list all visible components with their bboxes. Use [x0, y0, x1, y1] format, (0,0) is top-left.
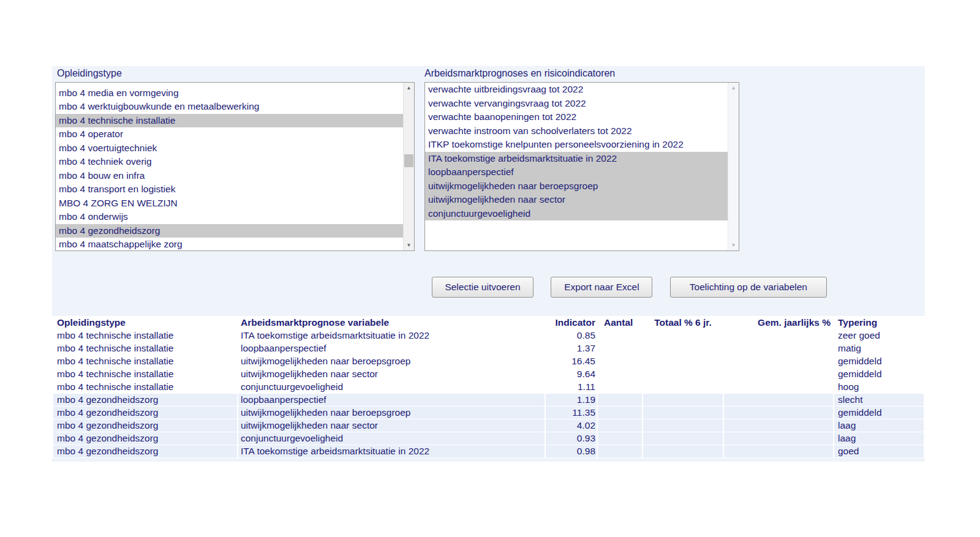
- table-cell: zeer goed: [834, 329, 924, 342]
- scrollbar-thumb[interactable]: [404, 154, 413, 167]
- variabelen-listbox[interactable]: verwachte uitbreidingsvraag tot 2022verw…: [424, 82, 739, 251]
- opleidingstype-options: MBO 4 TECHNIEKmbo 4 media en vormgevingm…: [56, 83, 403, 250]
- table-cell: uitwijkmogelijkheden naar beroepsgroep: [238, 355, 545, 367]
- export-naar-excel-button[interactable]: Export naar Excel: [551, 277, 652, 298]
- listbox-option[interactable]: loopbaanperspectief: [425, 165, 728, 179]
- table-cell: 1.11: [546, 381, 597, 393]
- results-table: OpleidingstypeArbeidsmarktprognose varia…: [52, 316, 925, 458]
- table-cell: [724, 407, 833, 419]
- button-row: Selectie uitvoeren Export naar Excel Toe…: [432, 277, 827, 298]
- table-cell: slecht: [834, 394, 924, 406]
- table-row: mbo 4 gezondheidszorguitwijkmogelijkhede…: [53, 407, 924, 419]
- table-cell: mbo 4 gezondheidszorg: [53, 445, 237, 457]
- table-cell: [643, 368, 723, 380]
- table-cell: mbo 4 gezondheidszorg: [53, 394, 237, 406]
- column-header: Indicator: [546, 317, 597, 329]
- scroll-up-icon[interactable]: ▲: [404, 83, 414, 93]
- table-cell: [724, 394, 833, 406]
- table-cell: [643, 355, 723, 367]
- table-row: mbo 4 technische installatieuitwijkmogel…: [53, 368, 924, 380]
- table-cell: [643, 381, 723, 393]
- table-row: mbo 4 technische installatieconjunctuurg…: [53, 381, 924, 393]
- table-cell: mbo 4 gezondheidszorg: [53, 407, 237, 419]
- listbox-option[interactable]: mbo 4 maatschappelijke zorg: [56, 238, 403, 250]
- table-cell: mbo 4 technische installatie: [53, 342, 237, 355]
- listbox-option[interactable]: conjunctuurgevoeligheid: [425, 207, 728, 221]
- table-cell: [643, 407, 723, 419]
- table-cell: [598, 432, 642, 445]
- table-cell: [724, 432, 833, 445]
- table-row: mbo 4 technische installatieITA toekomst…: [53, 329, 924, 342]
- table-row: mbo 4 gezondheidszorguitwijkmogelijkhede…: [53, 419, 924, 432]
- listbox-option[interactable]: mbo 4 gezondheidszorg: [56, 224, 403, 238]
- table-cell: [598, 407, 642, 419]
- column-header: Gem. jaarlijks %: [724, 317, 833, 329]
- toelichting-variabelen-button[interactable]: Toelichting op de variabelen: [670, 277, 827, 298]
- listbox-option[interactable]: uitwijkmogelijkheden naar beroepsgroep: [425, 179, 728, 193]
- table-cell: uitwijkmogelijkheden naar sector: [238, 368, 545, 380]
- listbox-option[interactable]: ITKP toekomstige knelpunten personeelsvo…: [425, 138, 728, 152]
- table-row: mbo 4 technische installatieloopbaanpers…: [53, 342, 924, 355]
- listbox-option[interactable]: verwachte vervangingsvraag tot 2022: [425, 97, 728, 111]
- table-cell: 0.93: [546, 432, 597, 445]
- table-cell: ITA toekomstige arbeidsmarktsituatie in …: [238, 445, 545, 457]
- table-cell: 1.37: [546, 342, 597, 355]
- table-cell: 0.85: [546, 329, 597, 342]
- table-cell: gemiddeld: [834, 368, 924, 380]
- listbox-option[interactable]: verwachte uitbreidingsvraag tot 2022: [425, 83, 728, 97]
- opleidingstype-scrollbar[interactable]: ▲ ▼: [403, 83, 414, 250]
- table-cell: [643, 329, 723, 342]
- listbox-option[interactable]: mbo 4 voertuigtechniek: [56, 141, 403, 156]
- column-header: Typering: [834, 317, 924, 329]
- table-cell: [598, 342, 642, 355]
- table-cell: [598, 381, 642, 393]
- variabelen-scrollbar[interactable]: ▲ ▼: [728, 83, 739, 250]
- listbox-option[interactable]: ITA toekomstige arbeidsmarktsituatie in …: [425, 152, 728, 166]
- selectie-uitvoeren-button[interactable]: Selectie uitvoeren: [432, 277, 533, 298]
- table-cell: mbo 4 technische installatie: [53, 329, 237, 342]
- scrollbar-track[interactable]: [404, 93, 414, 240]
- listbox-option[interactable]: verwachte instroom van schoolverlaters t…: [425, 124, 728, 138]
- listbox-option[interactable]: mbo 4 technische installatie: [56, 114, 403, 128]
- scrollbar-track[interactable]: [728, 93, 739, 240]
- listbox-option[interactable]: verwachte baanopeningen tot 2022: [425, 110, 728, 124]
- table-cell: [598, 394, 642, 406]
- table-cell: [724, 381, 833, 393]
- table-cell: 16.45: [546, 355, 597, 367]
- table-cell: [724, 445, 833, 457]
- variabelen-label: Arbeidsmarktprognoses en risicoindicator…: [424, 68, 615, 79]
- column-header: Aantal: [598, 317, 642, 329]
- listbox-option[interactable]: mbo 4 transport en logistiek: [56, 182, 403, 197]
- table-cell: [598, 329, 642, 342]
- table-cell: 1.19: [546, 394, 597, 406]
- column-header: Opleidingstype: [53, 317, 237, 329]
- table-cell: [643, 394, 723, 406]
- listbox-option[interactable]: mbo 4 media en vormgeving: [56, 86, 403, 100]
- table-header-row: OpleidingstypeArbeidsmarktprognose varia…: [53, 317, 924, 329]
- table-cell: uitwijkmogelijkheden naar beroepsgroep: [238, 407, 545, 419]
- scroll-down-icon[interactable]: ▼: [404, 240, 414, 250]
- listbox-option[interactable]: mbo 4 onderwijs: [56, 210, 403, 224]
- table-cell: 11.35: [546, 407, 597, 419]
- table-cell: conjunctuurgevoeligheid: [238, 432, 545, 445]
- table-row: mbo 4 technische installatieuitwijkmogel…: [53, 355, 924, 367]
- table-row: mbo 4 gezondheidszorgloopbaanperspectief…: [53, 394, 924, 406]
- listbox-option[interactable]: mbo 4 techniek overig: [56, 155, 403, 169]
- table-cell: mbo 4 gezondheidszorg: [53, 419, 237, 432]
- listbox-option[interactable]: MBO 4 ZORG EN WELZIJN: [56, 197, 403, 211]
- opleidingstype-listbox[interactable]: MBO 4 TECHNIEKmbo 4 media en vormgevingm…: [55, 82, 415, 251]
- content-panel: Opleidingstype Arbeidsmarktprognoses en …: [52, 66, 925, 462]
- listbox-option[interactable]: mbo 4 werktuigbouwkunde en metaalbewerki…: [56, 100, 403, 114]
- listbox-option[interactable]: uitwijkmogelijkheden naar sector: [425, 193, 728, 207]
- listbox-option[interactable]: mbo 4 operator: [56, 127, 403, 141]
- table-cell: [724, 355, 833, 367]
- scroll-up-icon[interactable]: ▲: [728, 83, 739, 93]
- table-cell: [724, 342, 833, 355]
- table-cell: gemiddeld: [834, 407, 924, 419]
- listbox-option[interactable]: mbo 4 bouw en infra: [56, 169, 403, 183]
- scroll-down-icon[interactable]: ▼: [728, 240, 739, 250]
- table-cell: [598, 355, 642, 367]
- table-cell: 9.64: [546, 368, 597, 380]
- table-row: mbo 4 gezondheidszorgconjunctuurgevoelig…: [53, 432, 924, 445]
- table-cell: uitwijkmogelijkheden naar sector: [238, 419, 545, 432]
